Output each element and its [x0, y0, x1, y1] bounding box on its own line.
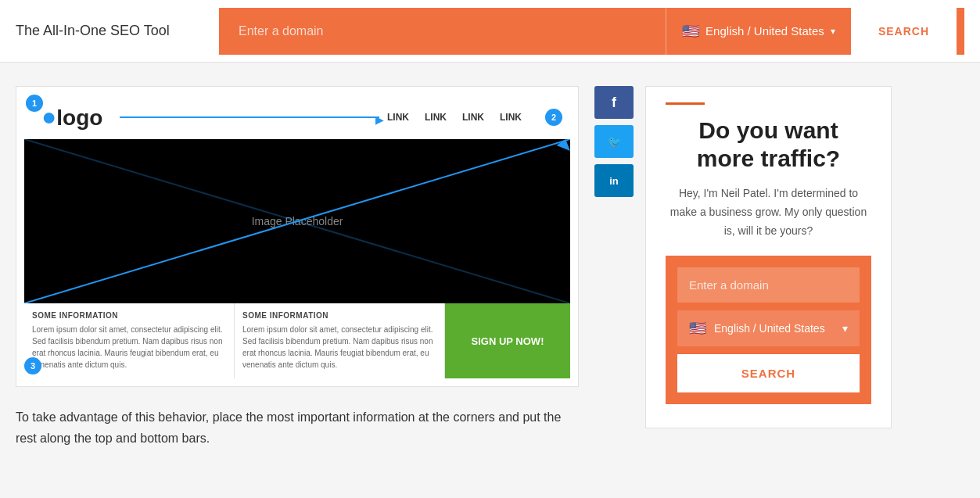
us-flag-icon: 🇺🇸 — [682, 23, 699, 40]
cta-search-button[interactable]: SEARCH — [677, 354, 860, 392]
cta-accent-line — [666, 102, 705, 105]
header-language-selector[interactable]: 🇺🇸 English / United States ▾ — [666, 8, 851, 55]
sidebar-top: f 🐦 in Do you want more traffic? Hey, I'… — [594, 86, 892, 428]
badge-1: 1 — [26, 95, 43, 112]
info-title-1: SOME INFORMATION — [32, 311, 226, 320]
info-col-2: SOME INFORMATION Lorem ipsum dolor sit a… — [235, 303, 445, 378]
badge-3: 3 — [24, 357, 41, 374]
cta-us-flag-icon: 🇺🇸 — [689, 320, 706, 337]
header-search-bar: 🇺🇸 English / United States ▾ SEARCH — [219, 8, 964, 55]
social-buttons: f 🐦 in — [594, 86, 634, 413]
right-sidebar: f 🐦 in Do you want more traffic? Hey, I'… — [594, 86, 892, 449]
left-content: 1 ●logo ▶ LINK LINK LINK LINK — [16, 86, 579, 449]
info-col-1: 3 SOME INFORMATION Lorem ipsum dolor sit… — [24, 303, 235, 378]
cta-heading-line1: Do you want — [698, 117, 838, 143]
logo-with-badges: 1 ●logo — [32, 99, 112, 135]
chevron-down-icon: ▾ — [842, 322, 848, 335]
svg-marker-1 — [557, 139, 570, 151]
header-domain-input[interactable] — [227, 24, 666, 38]
cta-subtext: Hey, I'm Neil Patel. I'm determined to m… — [666, 185, 871, 240]
nav-bar-mock: 1 ●logo ▶ LINK LINK LINK LINK — [24, 95, 570, 139]
linkedin-icon: in — [609, 175, 619, 187]
info-title-2: SOME INFORMATION — [242, 311, 436, 320]
site-logo: The All-In-One SEO Tool — [16, 23, 219, 39]
info-text-2: Lorem ipsum dolor sit amet, consectetur … — [242, 324, 436, 371]
bottom-info-section: 3 SOME INFORMATION Lorem ipsum dolor sit… — [24, 303, 570, 378]
main-content: 1 ●logo ▶ LINK LINK LINK LINK — [0, 63, 980, 472]
description-text: To take advantage of this behavior, plac… — [16, 407, 579, 449]
cta-language-label: English / United States — [714, 322, 825, 335]
linkedin-share-button[interactable]: in — [594, 164, 634, 197]
badge-2: 2 — [545, 109, 562, 126]
chevron-down-icon: ▾ — [831, 26, 835, 37]
nav-link-3: LINK — [462, 112, 484, 123]
cta-heading: Do you want more traffic? — [666, 116, 871, 173]
cta-form: 🇺🇸 English / United States ▾ SEARCH — [666, 256, 871, 404]
nav-links: LINK LINK LINK LINK — [387, 112, 522, 123]
cta-heading-line2: more traffic — [697, 145, 826, 171]
image-placeholder-text: Image Placeholder — [252, 215, 343, 228]
twitter-icon: 🐦 — [608, 135, 621, 148]
nav-link-4: LINK — [500, 112, 522, 123]
nav-link-2: LINK — [425, 112, 447, 123]
header: The All-In-One SEO Tool 🇺🇸 English / Uni… — [0, 0, 980, 63]
image-placeholder: Image Placeholder — [24, 139, 570, 303]
diagram-container: 1 ●logo ▶ LINK LINK LINK LINK — [16, 86, 579, 387]
twitter-share-button[interactable]: 🐦 — [594, 125, 634, 158]
info-text-1: Lorem ipsum dolor sit amet, consectetur … — [32, 324, 226, 371]
cta-widget: Do you want more traffic? Hey, I'm Neil … — [645, 86, 892, 428]
facebook-icon: f — [612, 95, 616, 111]
logo-text: ●logo — [41, 102, 102, 131]
signup-button[interactable]: SIGN UP NOW! — [445, 303, 570, 378]
header-search-button[interactable]: SEARCH — [851, 8, 957, 55]
cta-domain-input[interactable] — [677, 267, 860, 303]
cta-language-selector[interactable]: 🇺🇸 English / United States ▾ — [677, 310, 860, 346]
header-language-label: English / United States — [705, 24, 824, 38]
facebook-share-button[interactable]: f — [594, 86, 634, 119]
nav-link-1: LINK — [387, 112, 409, 123]
cta-heading-punctuation: ? — [826, 145, 840, 171]
